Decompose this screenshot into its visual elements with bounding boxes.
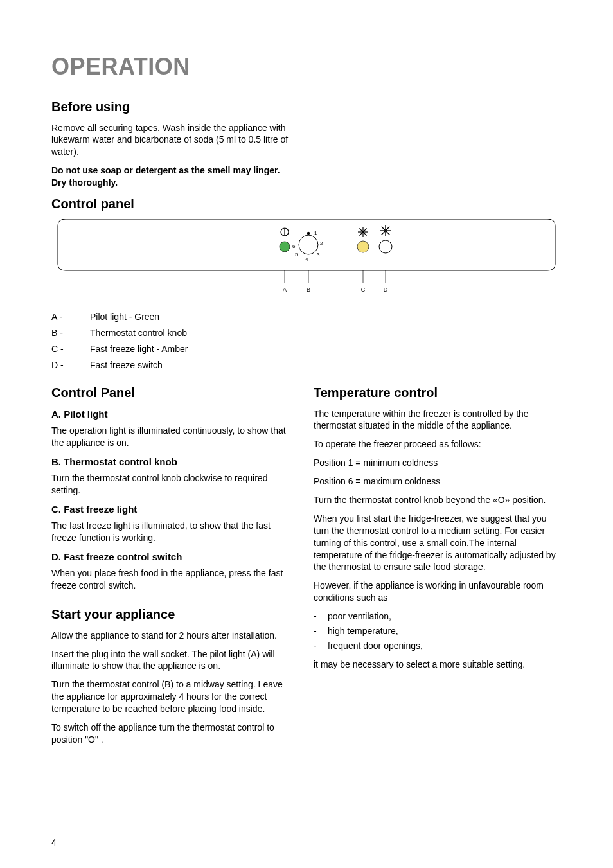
- svg-point-11: [357, 241, 369, 252]
- legend-key: B -: [51, 327, 90, 339]
- temp-p4: Position 6 = maximum coldness: [314, 475, 556, 488]
- temp-p3: Position 1 = minimum coldness: [314, 457, 556, 469]
- list-item: -poor ventilation,: [314, 610, 556, 623]
- knob-num-6: 6: [292, 244, 296, 249]
- snowflake-icon: [380, 225, 391, 236]
- control-panel-subheading: Control Panel: [51, 384, 294, 402]
- start-p4: To switch off the appliance turn the the…: [51, 722, 294, 746]
- page-title: OPERATION: [51, 51, 562, 83]
- legend-row: D - Fast freeze switch: [51, 359, 562, 371]
- a-pilot-light-text: The operation light is illuminated conti…: [51, 425, 294, 449]
- dash-icon: -: [314, 640, 328, 652]
- left-column: Control Panel A. Pilot light The operati…: [51, 379, 294, 752]
- svg-point-4: [299, 235, 318, 254]
- svg-point-2: [280, 242, 290, 252]
- c-fast-freeze-light-heading: C. Fast freeze light: [51, 503, 294, 516]
- list-item: -high temperature,: [314, 625, 556, 637]
- temp-p1: The temperature within the freezer is co…: [314, 408, 556, 432]
- start-p1: Allow the appliance to stand for 2 hours…: [51, 630, 294, 642]
- legend-row: C - Fast freeze light - Amber: [51, 343, 562, 355]
- right-column: Temperature control The temperature with…: [314, 379, 556, 752]
- start-appliance-heading: Start your appliance: [51, 606, 294, 623]
- d-fast-freeze-switch-text: When you place fresh food in the applian…: [51, 567, 294, 592]
- temperature-control-heading: Temperature control: [314, 384, 556, 402]
- knob-num-2: 2: [320, 240, 323, 246]
- control-panel-diagram: A 1 2 3 4 5 6 B C: [51, 219, 562, 299]
- legend-key: C -: [51, 343, 90, 355]
- svg-point-17: [379, 240, 392, 253]
- knob-num-4: 4: [305, 256, 308, 262]
- control-panel-heading: Control panel: [51, 195, 296, 213]
- c-fast-freeze-light-text: The fast freeze light is illuminated, to…: [51, 520, 294, 544]
- list-text: poor ventilation,: [328, 610, 391, 623]
- temp-p5: Turn the thermostat control knob beyond …: [314, 494, 556, 506]
- legend-key: A -: [51, 311, 90, 323]
- b-thermostat-heading: B. Thermostat control knob: [51, 456, 294, 468]
- dash-icon: -: [314, 625, 328, 637]
- diagram-label-b: B: [306, 287, 310, 293]
- diagram-label-d: D: [384, 287, 388, 293]
- knob-num-3: 3: [317, 252, 320, 258]
- svg-point-5: [307, 232, 310, 235]
- temp-p7: However, if the appliance is working in …: [314, 580, 556, 604]
- temp-p6: When you first start the fridge-freezer,…: [314, 513, 556, 573]
- legend-val: Pilot light - Green: [90, 311, 159, 323]
- snowflake-icon: [358, 227, 368, 237]
- legend-row: A - Pilot light - Green: [51, 311, 562, 323]
- list-text: frequent door openings,: [328, 640, 423, 652]
- knob-num-1: 1: [314, 230, 317, 236]
- b-thermostat-text: Turn the thermostat control knob clockwi…: [51, 472, 294, 497]
- start-p3: Turn the thermostat control (B) to a mid…: [51, 678, 294, 715]
- diagram-label-c: C: [361, 287, 366, 293]
- conditions-list: -poor ventilation, -high temperature, -f…: [314, 610, 556, 652]
- a-pilot-light-heading: A. Pilot light: [51, 408, 294, 421]
- before-using-heading: Before using: [51, 98, 296, 116]
- before-using-p1: Remove all securing tapes. Wash inside t…: [51, 122, 296, 159]
- legend-val: Fast freeze light - Amber: [90, 343, 188, 355]
- legend-val: Thermostat control knob: [90, 327, 187, 339]
- list-item: -frequent door openings,: [314, 640, 556, 652]
- legend: A - Pilot light - Green B - Thermostat c…: [51, 311, 562, 371]
- temp-p2: To operate the freezer proceed as follow…: [314, 438, 556, 450]
- start-p2: Insert the plug into the wall socket. Th…: [51, 648, 294, 673]
- legend-key: D -: [51, 359, 90, 371]
- before-using-p2: Do not use soap or detergent as the smel…: [51, 164, 296, 189]
- d-fast-freeze-switch-heading: D. Fast freeze control switch: [51, 551, 294, 563]
- dash-icon: -: [314, 610, 328, 623]
- list-text: high temperature,: [328, 625, 398, 637]
- diagram-label-a: A: [283, 287, 287, 293]
- temp-p8: it may be necessary to select a more sui…: [314, 659, 556, 671]
- knob-num-5: 5: [295, 252, 298, 258]
- legend-row: B - Thermostat control knob: [51, 327, 562, 339]
- legend-val: Fast freeze switch: [90, 359, 163, 371]
